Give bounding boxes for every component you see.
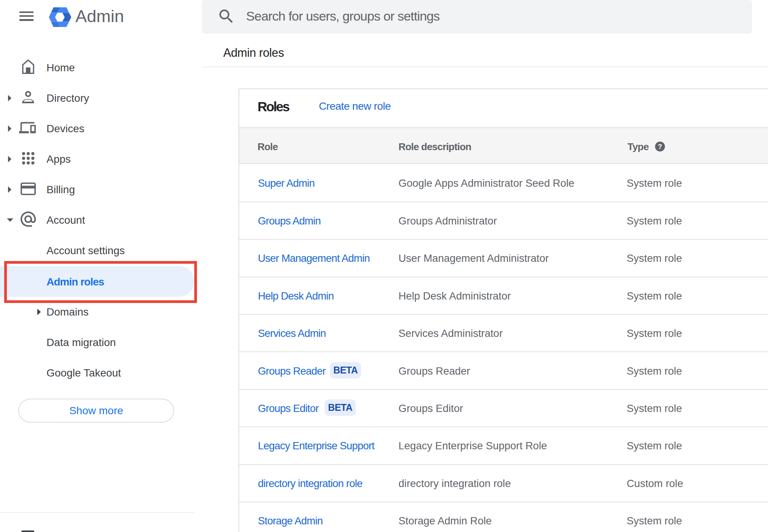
svg-text:?: ? [658, 143, 662, 151]
